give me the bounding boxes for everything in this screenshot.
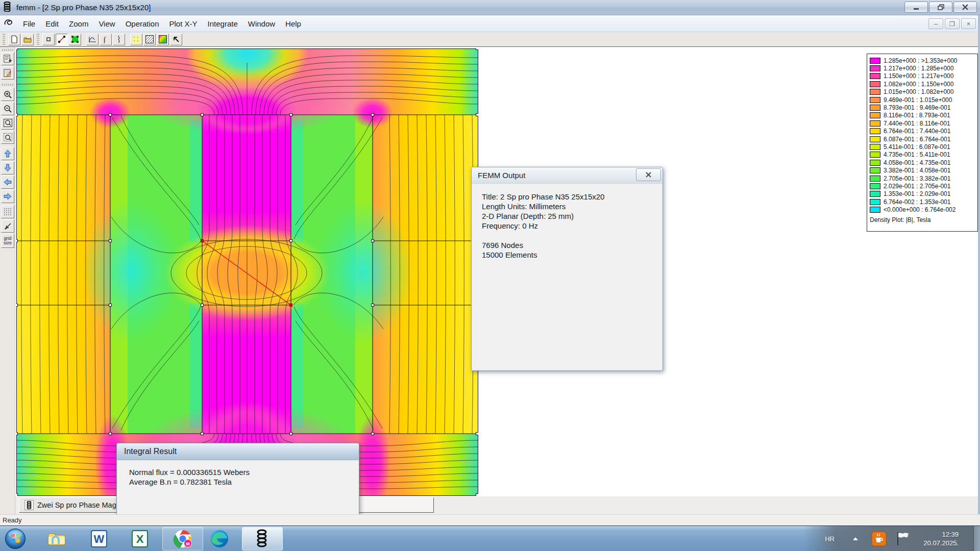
legend-chip xyxy=(870,128,880,134)
results-view-button[interactable] xyxy=(1,52,14,65)
minimize-button[interactable] xyxy=(904,2,928,13)
snap-to-grid-button[interactable] xyxy=(1,219,14,233)
mesh-view-button[interactable] xyxy=(143,34,156,45)
menu-integrate[interactable]: Integrate xyxy=(203,17,243,31)
integral-line: Normal flux = 0.000336515 Webers xyxy=(129,467,359,477)
toolbar: ∫ xyxy=(0,32,980,47)
edge-taskbar-icon[interactable] xyxy=(208,528,231,549)
femm-output-title[interactable]: FEMM Output xyxy=(472,167,663,184)
legend-label: 1.150e+000 : 1.217e+000 xyxy=(884,72,953,80)
clock-date: 20.07.2025. xyxy=(923,539,959,547)
child-close-button[interactable]: × xyxy=(961,18,976,29)
explorer-taskbar-icon[interactable] xyxy=(46,528,68,549)
field-plot[interactable] xyxy=(16,48,478,496)
menu-bar: File Edit Zoom View Operation Plot X-Y I… xyxy=(0,15,980,32)
legend-chip xyxy=(870,144,880,150)
legend-chip xyxy=(870,112,880,118)
edit-document-button[interactable] xyxy=(1,66,14,80)
chrome-icon[interactable]: M xyxy=(172,528,194,549)
pan-up-button[interactable] xyxy=(1,147,14,160)
zoom-in-button[interactable] xyxy=(1,88,14,101)
show-desktop-button[interactable] xyxy=(973,526,980,551)
tray-expand-icon[interactable] xyxy=(852,526,859,551)
output-line: 2-D Planar (Depth: 25 mm) xyxy=(482,211,663,221)
child-minimize-button[interactable]: – xyxy=(928,18,943,29)
sidebar-drag-handle[interactable] xyxy=(2,49,13,51)
child-restore-button[interactable]: ❐ xyxy=(945,18,960,29)
restore-button[interactable] xyxy=(929,2,952,13)
word-taskbar-icon[interactable]: W xyxy=(88,528,110,549)
point-mode-button[interactable] xyxy=(42,34,55,45)
legend-chip xyxy=(870,167,880,173)
pan-left-button[interactable] xyxy=(1,176,14,189)
menu-view[interactable]: View xyxy=(93,17,120,31)
menu-operation[interactable]: Operation xyxy=(120,17,164,31)
taskbar: W X M xyxy=(0,525,980,551)
legend-chip xyxy=(870,120,880,127)
tab-label: Zwei Sp pro Phase Mag xyxy=(37,501,116,509)
integral-result-dialog: Integral Result Normal flux = 0.00033651… xyxy=(116,443,359,525)
menu-help[interactable]: Help xyxy=(280,17,306,31)
output-line: 15000 Elements xyxy=(482,250,663,260)
action-center-flag-icon[interactable] xyxy=(896,526,910,551)
legend-chip xyxy=(870,97,880,103)
status-text: Ready xyxy=(3,516,22,524)
close-button[interactable] xyxy=(953,2,977,13)
java-tray-icon[interactable] xyxy=(871,526,887,551)
pointer-button[interactable] xyxy=(170,34,182,45)
show-grid-button[interactable] xyxy=(1,205,14,218)
region-mode-button[interactable] xyxy=(69,34,81,45)
sidebar-drag-handle[interactable] xyxy=(2,84,13,86)
density-plot-button[interactable] xyxy=(157,34,169,45)
femm-taskbar-icon[interactable] xyxy=(251,528,274,549)
grid-size-label: gridsize xyxy=(4,236,12,245)
menu-window[interactable]: Window xyxy=(243,17,280,31)
integral-result-title[interactable]: Integral Result xyxy=(117,443,359,460)
dialog-close-button[interactable] xyxy=(636,168,661,181)
mdi-child-buttons: – ❐ × xyxy=(928,18,976,29)
legend-label: 2.705e-001 : 3.382e-001 xyxy=(884,175,950,182)
language-indicator[interactable]: HR xyxy=(825,526,835,551)
status-bar: Ready xyxy=(0,514,980,525)
grid-size-button[interactable]: gridsize xyxy=(1,234,14,248)
zoom-window-button[interactable] xyxy=(1,116,14,130)
pan-right-button[interactable] xyxy=(1,190,14,203)
menu-plot-xy[interactable]: Plot X-Y xyxy=(164,17,203,31)
taskbar-clock[interactable]: 12:39 20.07.2025. xyxy=(923,526,959,551)
zoom-out-button[interactable] xyxy=(1,102,14,115)
toolbar-drag-handle[interactable] xyxy=(37,34,39,45)
femm-app-icon xyxy=(3,2,12,14)
window-right-border xyxy=(978,15,980,514)
menu-edit[interactable]: Edit xyxy=(40,17,64,31)
start-button[interactable] xyxy=(4,528,27,549)
document-coil-icon xyxy=(4,18,14,29)
legend-chip xyxy=(870,81,880,87)
output-line: 7696 Nodes xyxy=(482,240,663,250)
menu-file[interactable]: File xyxy=(18,17,40,31)
legend-label: 9.469e-001 : 1.015e+000 xyxy=(884,96,952,104)
legend-label: 8.116e-001 : 8.793e-001 xyxy=(884,112,950,119)
open-file-button[interactable] xyxy=(21,34,34,45)
clock-time: 12:39 xyxy=(942,530,959,539)
legend-chip xyxy=(870,65,880,71)
contour-plot-button[interactable] xyxy=(86,34,99,45)
legend-label: 3.382e-001 : 4.058e-001 xyxy=(884,167,950,174)
menu-zoom[interactable]: Zoom xyxy=(64,17,93,31)
line-mode-button[interactable] xyxy=(56,34,68,45)
legend-label: 2.029e-001 : 2.705e-001 xyxy=(884,183,950,190)
grid-toggle-button[interactable] xyxy=(130,34,142,45)
legend-label: 1.353e-001 : 2.029e-001 xyxy=(884,190,950,197)
legend-label: 4.735e-001 : 5.411e-001 xyxy=(884,151,950,158)
zoom-extents-button[interactable] xyxy=(1,131,14,144)
new-file-button[interactable] xyxy=(8,34,20,45)
toolbar-drag-handle[interactable] xyxy=(3,34,5,45)
pan-down-button[interactable] xyxy=(1,161,14,174)
femm-doc-icon xyxy=(24,500,34,510)
line-integral-button[interactable]: ∫ xyxy=(100,34,112,45)
output-line: Title: 2 Sp pro Phase N35 25x15x20 xyxy=(482,192,663,202)
legend-chip xyxy=(870,73,880,79)
legend-label: 6.087e-001 : 6.764e-001 xyxy=(884,136,950,143)
legend-label: 1.217e+000 : 1.285e+000 xyxy=(884,65,953,72)
excel-taskbar-icon[interactable]: X xyxy=(129,528,151,549)
block-integral-button[interactable] xyxy=(113,34,125,45)
